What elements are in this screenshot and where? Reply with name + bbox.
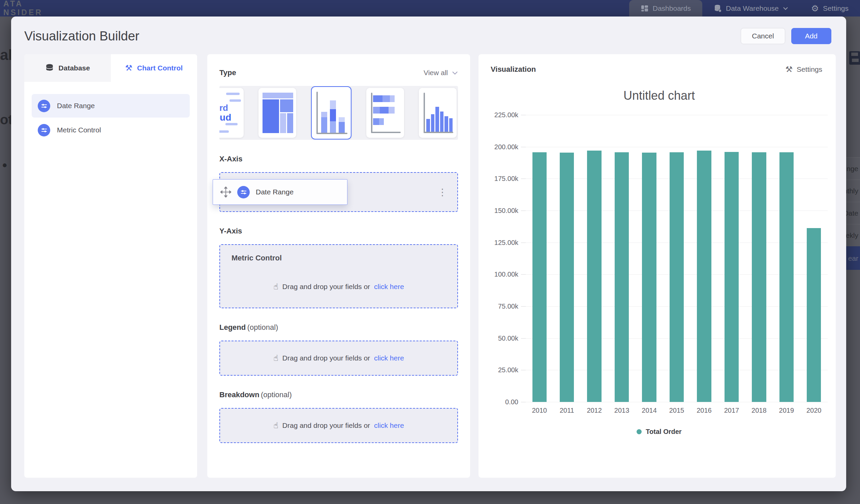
chart-bars xyxy=(526,115,828,402)
view-all-dropdown[interactable]: View all xyxy=(424,69,458,77)
field-item-date-range[interactable]: Date Range xyxy=(32,94,190,118)
x-tick-label: 2015 xyxy=(663,407,690,414)
bar-2020 xyxy=(807,228,821,402)
y-axis-dropzone[interactable]: Metric Control ☝ Drag and drop your fiel… xyxy=(219,244,458,308)
kebab-menu-icon[interactable]: ⋮ xyxy=(438,187,447,198)
nav-label: Dashboards xyxy=(653,4,691,13)
settings-button[interactable]: ⚒ Settings xyxy=(786,66,822,73)
type-heading: Type xyxy=(219,68,236,77)
database-icon xyxy=(45,64,54,72)
hammer-wrench-icon: ⚒ xyxy=(125,64,132,72)
date-range-drag-chip[interactable]: Date Range xyxy=(213,179,347,205)
stacked-bar-thumbnail xyxy=(371,93,401,133)
field-label: Metric Control xyxy=(57,126,101,134)
click-here-link[interactable]: click here xyxy=(374,421,404,430)
settings-tools-icon: ⚒ xyxy=(786,66,793,73)
tab-database[interactable]: Database xyxy=(24,54,111,82)
bar-2018 xyxy=(752,152,766,402)
bar-slot xyxy=(663,115,690,402)
gear-icon: ⚙ xyxy=(811,4,819,13)
bar-slot xyxy=(635,115,663,402)
tap-hand-icon: ☝ xyxy=(273,421,278,430)
chart-plot xyxy=(526,115,828,402)
x-tick-label: 2014 xyxy=(635,407,663,414)
dropzone-hint-text: Drag and drop your fields or xyxy=(282,421,370,430)
chart-type-column[interactable] xyxy=(419,88,457,138)
chevron-down-icon xyxy=(783,7,788,10)
y-tick-label: 150.00k xyxy=(494,206,518,214)
y-tick-label: 200.00k xyxy=(494,143,518,150)
breakdown-dropzone[interactable]: ☝ Drag and drop your fields or click her… xyxy=(219,408,458,443)
bar-slot xyxy=(773,115,800,402)
stacked-column-thumbnail xyxy=(316,92,347,134)
nav-item-settings[interactable]: ⚙ Settings xyxy=(800,0,860,16)
chart-legend: Total Order xyxy=(491,428,828,436)
nav-label: Settings xyxy=(823,4,848,13)
bar-2013 xyxy=(615,152,629,402)
nav-item-data-warehouse[interactable]: Data Warehouse xyxy=(702,0,800,16)
chart-type-stacked-column[interactable] xyxy=(311,86,352,140)
chart-y-axis-labels: 225.00k200.00k175.00k150.00k125.00k100.0… xyxy=(491,115,526,402)
click-here-link[interactable]: click here xyxy=(374,283,404,291)
bar-slot xyxy=(800,115,828,402)
fields-sidebar: Database ⚒ Chart Control Date Range xyxy=(24,54,197,478)
background-partial-text: al xyxy=(0,46,13,63)
chip-label: Date Range xyxy=(256,188,293,196)
chart-type-word-cloud[interactable]: Word Cloud xyxy=(219,88,244,138)
nav-label: Data Warehouse xyxy=(726,4,779,13)
tab-label: Database xyxy=(59,64,90,72)
x-tick-label: 2017 xyxy=(718,407,745,414)
dropzone-hint-text: Drag and drop your fields or xyxy=(282,354,370,362)
click-here-link[interactable]: click here xyxy=(374,354,404,362)
chart-builder-panel: Type View all Word Cloud xyxy=(207,54,470,478)
control-sliders-icon xyxy=(38,100,50,112)
nav-item-dashboards[interactable]: Dashboards xyxy=(629,0,702,16)
bar-2014 xyxy=(642,153,656,402)
dashboard-icon xyxy=(641,4,649,13)
chart-x-axis-labels: 2010201120122013201420152016201720182019… xyxy=(526,407,828,414)
bar-slot xyxy=(580,115,608,402)
chart-type-treemap[interactable] xyxy=(258,88,296,138)
x-tick-label: 2018 xyxy=(745,407,773,414)
move-icon xyxy=(220,187,231,198)
chart-type-stacked-bar[interactable] xyxy=(366,88,404,138)
bar-2017 xyxy=(725,152,739,402)
bar-slot xyxy=(553,115,580,402)
bar-slot xyxy=(745,115,773,402)
visualization-heading: Visualization xyxy=(491,65,536,74)
x-axis-dropzone[interactable]: Date Range Date Range ⋮ xyxy=(219,172,458,212)
field-label: Date Range xyxy=(57,102,95,110)
x-axis-heading: X-Axis xyxy=(219,155,242,163)
y-tick-label: 25.00k xyxy=(498,366,518,374)
legend-dropzone[interactable]: ☝ Drag and drop your fields or click her… xyxy=(219,341,458,376)
y-tick-label: 125.00k xyxy=(494,239,518,246)
add-button[interactable]: Add xyxy=(791,28,831,44)
visualization-builder-modal: Visualization Builder Cancel Add Databas… xyxy=(11,16,846,491)
column-thumbnail xyxy=(424,93,453,133)
legend-dot xyxy=(636,429,642,434)
field-item-metric-control[interactable]: Metric Control xyxy=(32,118,190,142)
y-tick-label: 100.00k xyxy=(494,271,518,278)
bar-slot xyxy=(690,115,718,402)
bar-2012 xyxy=(587,150,601,402)
background-bullet: ● xyxy=(2,160,8,170)
bar-slot xyxy=(718,115,745,402)
y-axis-zone-title: Metric Control xyxy=(231,254,446,262)
cancel-button[interactable]: Cancel xyxy=(741,28,785,44)
x-tick-label: 2012 xyxy=(580,407,608,414)
x-tick-label: 2010 xyxy=(526,407,553,414)
word-cloud-thumbnail: Word Cloud xyxy=(219,88,244,138)
chart-type-list: Word Cloud xyxy=(219,86,458,140)
tab-chart-control[interactable]: ⚒ Chart Control xyxy=(111,54,198,82)
bar-2019 xyxy=(779,152,793,402)
visualization-panel: Visualization ⚒ Settings Untitled chart … xyxy=(478,54,836,478)
x-tick-label: 2013 xyxy=(608,407,635,414)
y-tick-label: 75.00k xyxy=(498,302,518,310)
chevron-down-icon xyxy=(452,71,458,75)
bar-2015 xyxy=(670,152,684,402)
bar-2010 xyxy=(532,152,547,402)
bar-slot xyxy=(526,115,553,402)
brand-logo: ATA NSIDER xyxy=(3,0,43,17)
x-tick-label: 2011 xyxy=(553,407,580,414)
x-tick-label: 2019 xyxy=(773,407,800,414)
